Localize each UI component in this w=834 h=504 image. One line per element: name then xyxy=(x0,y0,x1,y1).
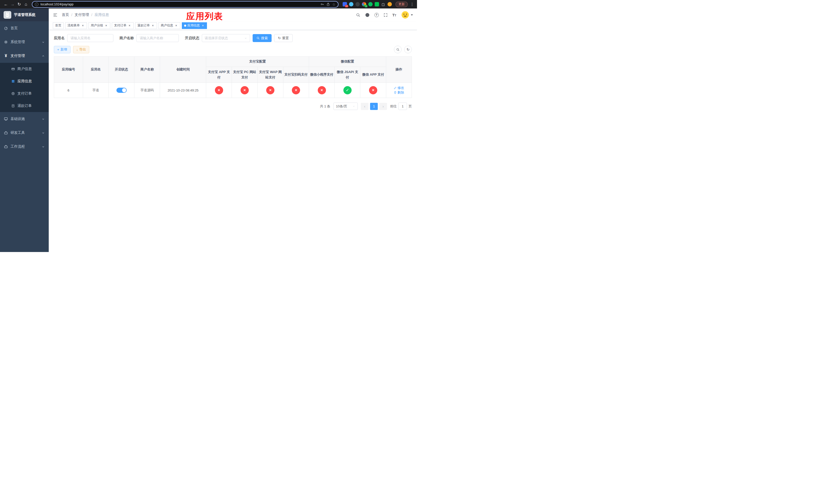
tab-home[interactable]: 首页 xyxy=(53,22,64,29)
briefcase-icon xyxy=(4,144,8,149)
tab-process-form[interactable]: 流程表单 × xyxy=(65,22,87,29)
status-cross-icon: × xyxy=(369,86,377,94)
app-logo-row[interactable]: 芋道管理系统 xyxy=(0,8,49,21)
browser-update-button[interactable]: 更新 xyxy=(395,2,408,7)
password-key-icon[interactable] xyxy=(320,2,324,6)
sidebar-item-refund-order[interactable]: 退款订单 xyxy=(0,100,49,112)
add-button[interactable]: + 新增 xyxy=(54,46,70,53)
browser-forward-button[interactable]: → xyxy=(9,1,16,8)
sidebar-item-payment[interactable]: ¥ 支付管理 xyxy=(0,49,49,63)
page-size-select[interactable]: 10条/页 xyxy=(333,102,358,110)
breadcrumb-current: 应用信息 xyxy=(95,13,109,17)
export-button[interactable]: ↓ 导出 xyxy=(73,46,89,53)
tab-merchant-info[interactable]: 商户信息 × xyxy=(158,22,180,29)
tab-pay-order[interactable]: 支付订单 × xyxy=(112,22,134,29)
search-button[interactable]: 搜索 xyxy=(253,34,271,42)
sidebar-item-label: 工作流程 xyxy=(10,144,25,149)
tab-refund-order[interactable]: 退款订单 × xyxy=(135,22,157,29)
sidebar-item-infra[interactable]: 基础设施 xyxy=(0,112,49,126)
edit-link[interactable]: 修改 xyxy=(394,86,404,90)
tab-app-info[interactable]: 应用信息 × xyxy=(182,22,207,29)
sidebar-item-app-info[interactable]: 应用信息 xyxy=(0,75,49,87)
browser-toolbar: ← → ↻ ⌂ i localhost:1024/pay/app ☆ 10 1 … xyxy=(0,0,417,8)
fullscreen-icon[interactable] xyxy=(383,13,388,17)
breadcrumb-payment[interactable]: 支付管理 xyxy=(74,13,89,17)
sidebar-item-merchant-info[interactable]: 商户信息 xyxy=(0,63,49,75)
chevron-down-icon xyxy=(244,37,247,40)
ext-icon-5[interactable] xyxy=(368,2,373,6)
close-icon[interactable]: × xyxy=(128,24,131,27)
browser-home-button[interactable]: ⌂ xyxy=(23,1,29,8)
cell-status xyxy=(109,83,134,98)
pagination: 共 1 条 10条/页 ‹ 1 › 前往 页 xyxy=(54,102,412,110)
browser-menu-icon[interactable]: ⋮ xyxy=(410,2,414,7)
goto-label: 前往 xyxy=(390,104,397,109)
ext-icon-8[interactable] xyxy=(388,2,392,6)
page-1-button[interactable]: 1 xyxy=(370,103,378,110)
user-avatar[interactable] xyxy=(401,10,413,19)
sidebar-item-label: 基础设施 xyxy=(10,117,25,121)
col-app-name: 应用名 xyxy=(83,56,109,83)
ext-icon-1[interactable]: 10 xyxy=(343,2,347,6)
cell-alipay-wap: × xyxy=(258,83,283,98)
browser-back-button[interactable]: ← xyxy=(3,1,9,8)
sidebar-item-pay-order[interactable]: 支付订单 xyxy=(0,87,49,100)
bookmark-star-icon[interactable]: ☆ xyxy=(332,2,335,6)
extensions-puzzle-icon[interactable] xyxy=(381,2,386,6)
help-icon[interactable]: ? xyxy=(374,13,379,17)
search-icon[interactable] xyxy=(356,13,360,17)
order-icon xyxy=(11,92,15,95)
col-status: 开启状态 xyxy=(109,56,134,83)
delete-link[interactable]: 删除 xyxy=(394,90,404,95)
share-icon[interactable] xyxy=(326,2,330,6)
ext-icon-2[interactable] xyxy=(349,2,353,6)
dashboard-icon xyxy=(4,26,8,30)
hamburger-icon[interactable] xyxy=(53,13,58,18)
status-cross-icon: × xyxy=(318,86,326,94)
github-icon[interactable] xyxy=(365,13,370,18)
url-text: localhost:1024/pay/app xyxy=(41,3,318,6)
status-select[interactable]: 请选择开启状态 xyxy=(202,34,250,42)
prev-page-button[interactable]: ‹ xyxy=(361,103,369,110)
sidebar-item-workflow[interactable]: 工作流程 xyxy=(0,140,49,154)
app-name-label: 应用名 xyxy=(54,36,65,41)
browser-reload-button[interactable]: ↻ xyxy=(16,1,23,8)
close-icon[interactable]: × xyxy=(81,24,85,27)
tab-user-group[interactable]: 用户分组 × xyxy=(88,22,110,29)
app-name-input[interactable] xyxy=(67,34,113,42)
merchant-name-input[interactable] xyxy=(136,34,179,42)
ext-icon-3[interactable] xyxy=(355,2,360,6)
ext-icon-4[interactable]: 1 xyxy=(362,2,366,6)
ext-icon-6[interactable] xyxy=(375,2,379,6)
sidebar-item-label: 商户信息 xyxy=(18,67,32,71)
yen-icon: ¥ xyxy=(4,53,8,58)
goto-page-input[interactable] xyxy=(398,102,407,110)
gear-icon xyxy=(4,40,8,44)
status-cross-icon: × xyxy=(241,86,249,94)
close-icon[interactable]: × xyxy=(201,24,205,27)
close-icon[interactable]: × xyxy=(174,24,178,27)
sidebar-item-label: 退款订单 xyxy=(18,104,32,108)
toggle-search-button[interactable] xyxy=(394,46,402,53)
cell-merchant: 芋道源码 xyxy=(134,83,160,98)
close-icon[interactable]: × xyxy=(104,24,108,27)
next-page-button[interactable]: › xyxy=(379,103,387,110)
col-alipay-pc: 支付宝 PC 网站支付 xyxy=(232,67,258,83)
col-created: 创建时间 xyxy=(160,56,206,83)
table-toolbar: + 新增 ↓ 导出 ↻ xyxy=(54,46,412,53)
download-icon: ↓ xyxy=(76,48,78,51)
status-toggle[interactable] xyxy=(116,88,127,93)
site-info-icon[interactable]: i xyxy=(35,3,39,6)
reset-button[interactable]: ↻ 重置 xyxy=(274,34,293,42)
payment-submenu: 商户信息 应用信息 支付订单 退款订单 xyxy=(0,63,49,112)
cell-created: 2021-10-23 08:49:25 xyxy=(160,83,206,98)
sidebar-item-dev-tools[interactable]: 研发工具 xyxy=(0,126,49,140)
close-icon[interactable]: × xyxy=(151,24,155,27)
breadcrumb-home[interactable]: 首页 xyxy=(62,13,69,17)
sidebar-item-home[interactable]: 首页 xyxy=(0,21,49,35)
font-size-icon[interactable]: TT xyxy=(392,13,396,17)
toolbar-right: ↻ xyxy=(394,46,412,53)
refresh-table-button[interactable]: ↻ xyxy=(404,46,412,53)
sidebar-item-system[interactable]: 系统管理 xyxy=(0,35,49,49)
address-bar[interactable]: i localhost:1024/pay/app ☆ xyxy=(32,1,338,8)
